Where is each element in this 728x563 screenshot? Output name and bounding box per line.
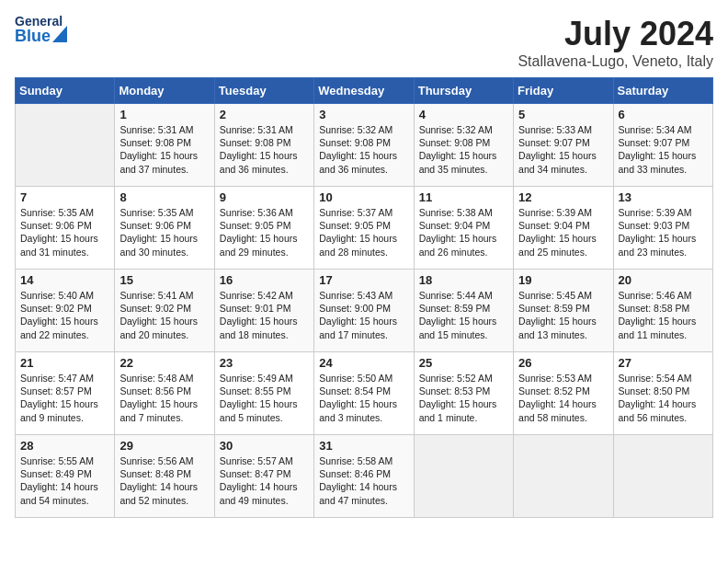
cell-info-line: and 17 minutes. <box>319 328 408 341</box>
calendar-cell: 9Sunrise: 5:36 AMSunset: 9:05 PMDaylight… <box>214 187 313 270</box>
cell-info-line: Sunrise: 5:45 AM <box>518 289 608 302</box>
cell-info-line: Sunrise: 5:41 AM <box>119 289 209 302</box>
cell-info-line: and 15 minutes. <box>419 328 508 341</box>
cell-info-line: Sunrise: 5:56 AM <box>119 454 209 467</box>
calendar-cell <box>514 435 613 518</box>
cell-info-line: Daylight: 15 hours <box>518 149 608 162</box>
cell-info-line: Sunset: 8:57 PM <box>20 385 109 397</box>
cell-info-line: Sunset: 9:02 PM <box>20 302 109 315</box>
weekday-header: Friday <box>514 78 613 104</box>
cell-info-line: and 1 minute. <box>419 411 508 424</box>
cell-info-line: Daylight: 15 hours <box>319 315 408 327</box>
cell-info-line: and 52 minutes. <box>119 494 209 507</box>
calendar-cell: 31Sunrise: 5:58 AMSunset: 8:46 PMDayligh… <box>314 435 414 518</box>
day-number: 13 <box>619 190 708 204</box>
calendar-cell: 15Sunrise: 5:41 AMSunset: 9:02 PMDayligh… <box>115 270 214 352</box>
day-number: 5 <box>518 108 608 121</box>
weekday-header: Wednesday <box>314 78 414 104</box>
calendar-cell: 23Sunrise: 5:49 AMSunset: 8:55 PMDayligh… <box>214 352 313 435</box>
cell-info-line: Daylight: 15 hours <box>419 315 508 327</box>
cell-info-line: Daylight: 15 hours <box>319 397 408 410</box>
calendar-cell: 3Sunrise: 5:32 AMSunset: 9:08 PMDaylight… <box>314 104 414 187</box>
cell-info-line: Daylight: 15 hours <box>119 315 209 327</box>
cell-info-line: and 58 minutes. <box>518 411 608 424</box>
cell-info-line: and 56 minutes. <box>619 411 708 424</box>
calendar-cell: 2Sunrise: 5:31 AMSunset: 9:08 PMDaylight… <box>214 104 313 187</box>
day-number: 3 <box>319 108 408 121</box>
cell-info-line: Daylight: 15 hours <box>119 149 209 162</box>
cell-info-line: Daylight: 14 hours <box>518 397 608 410</box>
cell-info-line: Sunrise: 5:55 AM <box>20 454 109 467</box>
cell-info-line: Sunset: 9:01 PM <box>220 302 309 315</box>
cell-info-line: and 47 minutes. <box>319 494 408 507</box>
cell-info-line: Daylight: 15 hours <box>119 232 209 245</box>
calendar-cell: 4Sunrise: 5:32 AMSunset: 9:08 PMDaylight… <box>414 104 513 187</box>
cell-info-line: Sunset: 8:53 PM <box>419 385 508 397</box>
cell-info-line: Sunrise: 5:32 AM <box>319 123 408 136</box>
calendar-cell: 18Sunrise: 5:44 AMSunset: 8:59 PMDayligh… <box>414 270 513 352</box>
cell-info-line: and 29 minutes. <box>220 246 309 259</box>
cell-info-line: Sunset: 9:03 PM <box>619 219 708 232</box>
cell-info-line: Daylight: 15 hours <box>619 149 708 162</box>
calendar-cell: 27Sunrise: 5:54 AMSunset: 8:50 PMDayligh… <box>613 352 712 435</box>
cell-info-line: and 36 minutes. <box>220 163 309 176</box>
cell-info-line: Sunrise: 5:36 AM <box>220 206 309 219</box>
day-number: 29 <box>119 439 209 453</box>
day-number: 11 <box>419 190 508 204</box>
day-number: 21 <box>20 356 109 370</box>
cell-info-line: and 31 minutes. <box>20 246 109 259</box>
cell-info-line: Daylight: 15 hours <box>20 315 109 327</box>
cell-info-line: Sunrise: 5:35 AM <box>119 206 209 219</box>
calendar-table: SundayMondayTuesdayWednesdayThursdayFrid… <box>15 77 713 518</box>
weekday-header: Sunday <box>16 78 115 104</box>
calendar-cell: 28Sunrise: 5:55 AMSunset: 8:49 PMDayligh… <box>16 435 115 518</box>
calendar-header-row: SundayMondayTuesdayWednesdayThursdayFrid… <box>16 78 713 104</box>
cell-info-line: Sunrise: 5:49 AM <box>220 372 309 385</box>
cell-info-line: and 3 minutes. <box>319 411 408 424</box>
cell-info-line: Daylight: 15 hours <box>220 315 309 327</box>
cell-info-line: Sunrise: 5:42 AM <box>220 289 309 302</box>
cell-info-line: Sunset: 9:08 PM <box>119 136 209 149</box>
calendar-cell: 29Sunrise: 5:56 AMSunset: 8:48 PMDayligh… <box>115 435 214 518</box>
cell-info-line: and 23 minutes. <box>619 246 708 259</box>
day-number: 31 <box>319 439 408 453</box>
cell-info-line: and 25 minutes. <box>518 246 608 259</box>
title-block: July 2024 Stallavena-Lugo, Veneto, Italy <box>518 15 713 70</box>
cell-info-line: Sunrise: 5:46 AM <box>619 289 708 302</box>
cell-info-line: Daylight: 15 hours <box>319 149 408 162</box>
day-number: 24 <box>319 356 408 370</box>
weekday-header: Tuesday <box>214 78 313 104</box>
cell-info-line: Sunset: 8:59 PM <box>419 302 508 315</box>
day-number: 18 <box>419 273 508 287</box>
cell-info-line: and 36 minutes. <box>319 163 408 176</box>
cell-info-line: and 54 minutes. <box>20 494 109 507</box>
day-number: 20 <box>619 273 708 287</box>
cell-info-line: Sunrise: 5:43 AM <box>319 289 408 302</box>
calendar-week-row: 21Sunrise: 5:47 AMSunset: 8:57 PMDayligh… <box>16 352 713 435</box>
weekday-header: Saturday <box>613 78 712 104</box>
day-number: 7 <box>20 190 109 204</box>
cell-info-line: Daylight: 14 hours <box>619 397 708 410</box>
calendar-week-row: 14Sunrise: 5:40 AMSunset: 9:02 PMDayligh… <box>16 270 713 352</box>
cell-info-line: Daylight: 15 hours <box>518 315 608 327</box>
cell-info-line: Daylight: 15 hours <box>619 232 708 245</box>
cell-info-line: and 34 minutes. <box>518 163 608 176</box>
svg-marker-0 <box>52 26 67 42</box>
calendar-week-row: 1Sunrise: 5:31 AMSunset: 9:08 PMDaylight… <box>16 104 713 187</box>
cell-info-line: Sunrise: 5:40 AM <box>20 289 109 302</box>
cell-info-line: Sunrise: 5:37 AM <box>319 206 408 219</box>
cell-info-line: Daylight: 15 hours <box>220 232 309 245</box>
calendar-cell: 10Sunrise: 5:37 AMSunset: 9:05 PMDayligh… <box>314 187 414 270</box>
cell-info-line: Sunrise: 5:35 AM <box>20 206 109 219</box>
day-number: 17 <box>319 273 408 287</box>
cell-info-line: Sunrise: 5:31 AM <box>119 123 209 136</box>
cell-info-line: and 37 minutes. <box>119 163 209 176</box>
cell-info-line: Daylight: 14 hours <box>220 480 309 493</box>
calendar-cell: 30Sunrise: 5:57 AMSunset: 8:47 PMDayligh… <box>214 435 313 518</box>
calendar-cell: 24Sunrise: 5:50 AMSunset: 8:54 PMDayligh… <box>314 352 414 435</box>
cell-info-line: Daylight: 15 hours <box>419 397 508 410</box>
cell-info-line: and 28 minutes. <box>319 246 408 259</box>
cell-info-line: and 7 minutes. <box>119 411 209 424</box>
day-number: 27 <box>619 356 708 370</box>
day-number: 10 <box>319 190 408 204</box>
